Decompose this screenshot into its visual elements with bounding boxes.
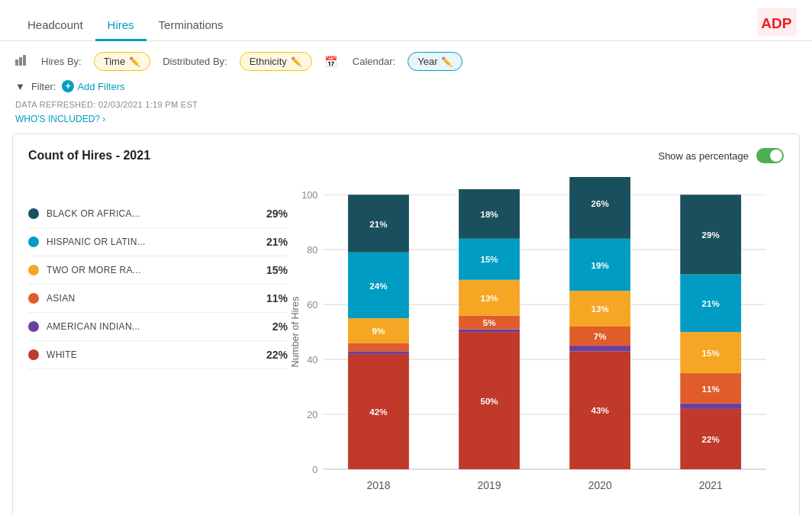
whos-included-link[interactable]: WHO'S INCLUDED? › (0, 112, 812, 134)
svg-text:11%: 11% (702, 384, 720, 394)
legend-pct: 15% (260, 264, 288, 276)
legend-pct: 2% (260, 320, 288, 333)
chart-card: Count of Hires - 2021 Show as percentage… (12, 134, 800, 515)
time-pill-button[interactable]: Time ✏️ (94, 52, 150, 71)
svg-text:43%: 43% (591, 405, 609, 415)
pencil-icon-time: ✏️ (129, 56, 140, 67)
legend-pct: 21% (260, 236, 288, 248)
percentage-toggle[interactable] (756, 148, 784, 163)
add-filters-label: Add Filters (77, 81, 124, 92)
svg-rect-44 (569, 346, 630, 351)
svg-text:15%: 15% (480, 254, 498, 264)
controls-row: Hires By: Time ✏️ Distributed By: Ethnic… (0, 41, 812, 77)
tab-terminations[interactable]: Terminations (147, 11, 236, 41)
legend-name: BLACK OR AFRICA... (47, 208, 253, 219)
svg-text:9%: 9% (372, 326, 385, 336)
hires-by-label: Hires By: (41, 56, 82, 67)
legend-name: AMERICAN INDIAN... (47, 321, 253, 332)
svg-rect-21 (348, 351, 409, 354)
add-filters-button[interactable]: + Add Filters (62, 80, 124, 92)
distributed-by-label: Distributed By: (163, 56, 227, 67)
show-percentage-label: Show as percentage (658, 150, 749, 162)
svg-text:Number of Hires: Number of Hires (289, 297, 301, 368)
legend-color-dot (28, 293, 39, 304)
legend-item: TWO OR MORE RA... 15% (28, 256, 288, 285)
svg-text:26%: 26% (591, 198, 609, 208)
svg-text:13%: 13% (591, 304, 609, 314)
legend-name: ASIAN (47, 293, 253, 304)
svg-rect-22 (348, 343, 409, 352)
legend-color-dot (28, 265, 39, 275)
filter-icon: ▼ (15, 81, 25, 92)
legend-item: BLACK OR AFRICA... 29% (28, 200, 288, 228)
svg-text:7%: 7% (594, 331, 607, 341)
calendar-icon: 📅 (324, 56, 337, 68)
legend-pct: 29% (260, 208, 288, 220)
svg-text:100: 100 (301, 189, 317, 201)
svg-rect-56 (680, 404, 741, 409)
chart-icon (15, 55, 29, 68)
svg-text:21%: 21% (369, 219, 387, 229)
plus-circle-icon: + (62, 80, 74, 92)
year-pill-label: Year (417, 56, 437, 67)
pencil-icon-ethnicity: ✏️ (291, 56, 302, 67)
legend-color-dot (28, 349, 39, 360)
legend-item: WHITE 22% (28, 341, 288, 369)
svg-rect-3 (19, 57, 22, 66)
svg-text:18%: 18% (480, 209, 498, 219)
time-pill-label: Time (104, 56, 125, 67)
chart-title: Count of Hires - 2021 (28, 149, 150, 163)
svg-text:24%: 24% (369, 281, 387, 291)
svg-text:ADP: ADP (761, 15, 792, 31)
show-percentage-control: Show as percentage (658, 148, 784, 163)
svg-text:2019: 2019 (478, 479, 501, 491)
svg-rect-2 (15, 60, 18, 66)
bar-chart-area: 020406080100Number of Hires42%9%24%21%20… (288, 177, 784, 515)
svg-text:50%: 50% (480, 396, 498, 406)
top-navigation: Headcount Hires Terminations ADP (0, 0, 812, 41)
svg-rect-32 (459, 330, 520, 333)
svg-text:42%: 42% (369, 407, 387, 417)
calendar-label: Calendar: (353, 56, 395, 67)
tab-hires[interactable]: Hires (95, 11, 147, 41)
legend-name: HISPANIC OR LATIN... (47, 237, 253, 247)
svg-text:5%: 5% (483, 317, 496, 327)
legend-item: HISPANIC OR LATIN... 21% (28, 228, 288, 256)
svg-text:20: 20 (307, 409, 317, 420)
adp-logo: ADP (757, 8, 797, 39)
chart-body: BLACK OR AFRICA... 29% HISPANIC OR LATIN… (28, 177, 784, 515)
svg-text:2020: 2020 (588, 479, 612, 491)
filter-label: Filter: (31, 81, 56, 92)
svg-text:21%: 21% (702, 298, 720, 308)
svg-text:60: 60 (307, 299, 317, 311)
legend-color-dot (28, 321, 39, 332)
filter-row: ▼ Filter: + Add Filters (0, 77, 812, 98)
svg-text:2018: 2018 (367, 479, 391, 491)
svg-text:0: 0 (312, 464, 317, 475)
year-pill-button[interactable]: Year ✏️ (408, 52, 462, 71)
pencil-icon-year: ✏️ (441, 56, 453, 67)
svg-text:40: 40 (307, 354, 317, 365)
chart-legend: BLACK OR AFRICA... 29% HISPANIC OR LATIN… (28, 177, 288, 515)
chart-header: Count of Hires - 2021 Show as percentage (28, 148, 784, 163)
legend-color-dot (28, 208, 39, 219)
legend-item: AMERICAN INDIAN... 2% (28, 313, 288, 341)
svg-text:2021: 2021 (699, 479, 723, 491)
svg-text:29%: 29% (702, 230, 720, 240)
legend-name: WHITE (47, 349, 253, 360)
svg-text:22%: 22% (702, 434, 720, 444)
data-refreshed-label: DATA REFRESHED: 02/03/2021 1:19 PM EST (0, 98, 812, 112)
ethnicity-pill-label: Ethnicity (250, 56, 287, 67)
svg-text:13%: 13% (480, 293, 498, 303)
legend-name: TWO OR MORE RA... (47, 265, 253, 275)
legend-pct: 11% (260, 292, 288, 304)
legend-color-dot (28, 237, 39, 247)
tab-headcount[interactable]: Headcount (15, 11, 95, 41)
svg-rect-4 (23, 55, 26, 66)
ethnicity-pill-button[interactable]: Ethnicity ✏️ (240, 52, 312, 71)
legend-pct: 22% (260, 349, 288, 361)
legend-item: ASIAN 11% (28, 285, 288, 313)
svg-text:80: 80 (307, 244, 317, 256)
bar-chart-svg: 020406080100Number of Hires42%9%24%21%20… (288, 177, 784, 513)
svg-text:15%: 15% (702, 348, 720, 358)
